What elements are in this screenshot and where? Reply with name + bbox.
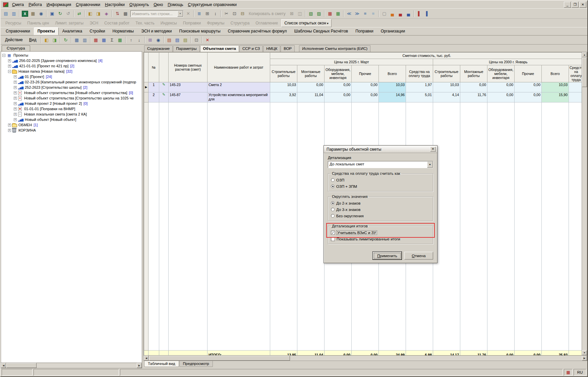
table-cell[interactable]: 2 bbox=[149, 92, 159, 102]
table-cell[interactable]: 1 bbox=[149, 82, 159, 92]
index-green-icon[interactable]: ▦ bbox=[116, 36, 124, 44]
table-cell[interactable]: 14,96 bbox=[379, 92, 406, 102]
outdent-icon[interactable]: ≪ bbox=[345, 10, 353, 17]
table-row[interactable]: ▶ 1 145-23 Смета 2 10,030,000,000,0010,0… bbox=[144, 82, 582, 92]
close-view-icon[interactable]: ✕ bbox=[204, 36, 212, 44]
menubar-item[interactable]: Помощь bbox=[165, 1, 185, 8]
refresh-tree-icon[interactable]: ↻ bbox=[62, 36, 70, 44]
table-cell[interactable] bbox=[569, 351, 582, 356]
maximize-button[interactable]: ❒ bbox=[572, 2, 579, 8]
paste-icon[interactable]: ⊟ bbox=[239, 10, 246, 17]
document-tab[interactable]: Параметры bbox=[173, 45, 199, 52]
menubar-item[interactable]: Отдохнуть bbox=[127, 1, 151, 8]
move-row-down-icon[interactable]: ↓ bbox=[135, 36, 143, 44]
table-cell[interactable]: 0,00 bbox=[325, 92, 352, 102]
table-cell[interactable] bbox=[208, 102, 270, 351]
document-tab[interactable]: ССР и СЗ bbox=[239, 45, 263, 52]
tree-expand-toggle[interactable] bbox=[8, 59, 11, 62]
workspace-tab[interactable]: Поправки bbox=[352, 27, 377, 35]
open-folder-icon[interactable]: ◨ bbox=[51, 36, 59, 44]
table-cell[interactable] bbox=[159, 351, 169, 356]
insert-section-icon[interactable]: ▥ bbox=[10, 10, 18, 17]
dialog-close-button[interactable]: ✕ bbox=[430, 147, 436, 152]
workspace-tab[interactable]: Шаблоны Сводных Расчётов bbox=[290, 27, 352, 35]
tree-item[interactable]: 256-02-2025 [Здание спортивного комплекс… bbox=[2, 58, 142, 63]
workspace-tab[interactable]: Организации bbox=[377, 27, 409, 35]
table-cell[interactable]: 11,76 bbox=[460, 351, 487, 356]
tree-item[interactable]: Новый проект 2 [Новый проект 2][0] bbox=[2, 101, 142, 106]
document-tab[interactable]: Содержание bbox=[144, 45, 173, 52]
panel-toggle[interactable]: Список открытых окон bbox=[281, 19, 332, 27]
close-button[interactable]: ✕ bbox=[579, 2, 586, 8]
checkbox-limited-totals[interactable]: Показывать лимитированные итоги bbox=[331, 236, 430, 242]
table-cell[interactable]: 0,00 bbox=[487, 92, 515, 102]
table-cell[interactable] bbox=[149, 351, 159, 356]
table-cell[interactable] bbox=[144, 102, 149, 351]
table-cell[interactable]: 0,00 bbox=[487, 82, 515, 92]
rf-flag-icon[interactable]: ▤ bbox=[174, 36, 181, 44]
table-cell[interactable] bbox=[569, 92, 582, 102]
table-cell[interactable]: 5,01 bbox=[406, 92, 433, 102]
export-icon[interactable]: ⊡ bbox=[193, 36, 200, 44]
table-cell[interactable]: 0,00 bbox=[325, 351, 352, 356]
sync-estimate-icon[interactable]: ⇄ bbox=[75, 10, 83, 17]
search-icon[interactable]: ◉ bbox=[37, 10, 45, 17]
expertise-report-icon[interactable]: ▦ bbox=[29, 10, 37, 17]
scroll-left-icon[interactable]: ◀ bbox=[1, 363, 6, 368]
keyboard-layout-icon[interactable]: ▦ bbox=[564, 369, 573, 376]
table-cell[interactable]: Устройство комплекса мероприятий для bbox=[208, 92, 270, 102]
table-check-icon[interactable]: ▦ bbox=[334, 10, 342, 17]
scroll-up-icon[interactable]: ▲ bbox=[582, 52, 587, 57]
checkbox-vzis-zu[interactable]: Учитывать ВЗиС и ЗУ bbox=[331, 229, 430, 236]
car-icon[interactable]: ▄ bbox=[389, 10, 396, 17]
table-cell[interactable] bbox=[569, 82, 582, 92]
table-cell[interactable]: 24,99 bbox=[379, 351, 406, 356]
table-cell[interactable] bbox=[515, 102, 542, 351]
table-cell[interactable]: 14,17 bbox=[433, 351, 460, 356]
cargo-icon[interactable]: ▄ bbox=[405, 10, 412, 17]
table-cell[interactable]: 11,04 bbox=[297, 351, 325, 356]
table-cell[interactable]: 10,03 bbox=[542, 82, 569, 92]
tree-expand-toggle[interactable] bbox=[8, 65, 11, 68]
cancel-button[interactable]: Отмена bbox=[404, 252, 433, 259]
insert-row-icon[interactable]: ▤ bbox=[2, 10, 10, 17]
table-cell[interactable] bbox=[569, 102, 582, 351]
tree-item[interactable]: Новый объект [Новый объект] bbox=[2, 117, 142, 122]
structure-icon[interactable]: ≣ bbox=[195, 10, 203, 17]
table-cell[interactable] bbox=[270, 102, 297, 351]
scrollbar-thumb[interactable] bbox=[582, 58, 587, 87]
view-tab[interactable]: Табличный вид bbox=[144, 361, 179, 367]
tree-item[interactable]: КОРЗИНА bbox=[2, 128, 142, 133]
tree-item[interactable]: 01 [Проект][24] bbox=[2, 74, 142, 79]
table-cell[interactable]: 0,00 bbox=[297, 82, 325, 92]
table-cell[interactable] bbox=[144, 92, 149, 102]
scroll-down-icon[interactable]: ▼ bbox=[582, 350, 587, 355]
minimize-button[interactable]: _ bbox=[564, 2, 571, 8]
table-cell[interactable]: 0,00 bbox=[460, 82, 487, 92]
document-tab[interactable]: ВОР bbox=[281, 45, 295, 52]
tree-expand-toggle[interactable] bbox=[8, 70, 11, 73]
tree-expand-toggle[interactable] bbox=[2, 54, 5, 57]
table-cell[interactable] bbox=[149, 102, 159, 351]
table-cell[interactable]: 3,92 bbox=[270, 92, 297, 102]
table-cell[interactable]: 4,14 bbox=[433, 92, 460, 102]
tree-expand-toggle[interactable] bbox=[14, 107, 17, 110]
undo-icon[interactable]: ↺ bbox=[64, 10, 72, 17]
table-cell[interactable]: 0,00 bbox=[325, 82, 352, 92]
workspace-tab[interactable]: Поисковые маршруты bbox=[176, 27, 224, 35]
scroll-left-icon[interactable]: ◀ bbox=[144, 356, 149, 361]
tree-expand-toggle[interactable] bbox=[14, 118, 17, 121]
tree-expand-toggle[interactable] bbox=[14, 113, 17, 116]
table-cell[interactable]: 10,03 bbox=[270, 82, 297, 92]
document-tab[interactable]: НМЦК bbox=[263, 45, 280, 52]
tree-item[interactable]: Новый объект строительства [Новый объект… bbox=[2, 90, 142, 95]
folder-in-icon[interactable]: ◧ bbox=[86, 10, 94, 17]
tree-expand-toggle[interactable] bbox=[14, 102, 17, 105]
index-red-icon[interactable]: ▦ bbox=[92, 36, 100, 44]
grid-props-icon[interactable]: ▥ bbox=[81, 36, 89, 44]
copy-icon[interactable]: ⊡ bbox=[231, 10, 238, 17]
table-cell[interactable]: 145-87 bbox=[169, 92, 208, 102]
transport-doc-icon[interactable]: ▢ bbox=[380, 10, 388, 17]
index-sum-icon[interactable]: Σ bbox=[108, 36, 116, 44]
workspace-tab[interactable]: ЭСН и методики bbox=[137, 27, 175, 35]
